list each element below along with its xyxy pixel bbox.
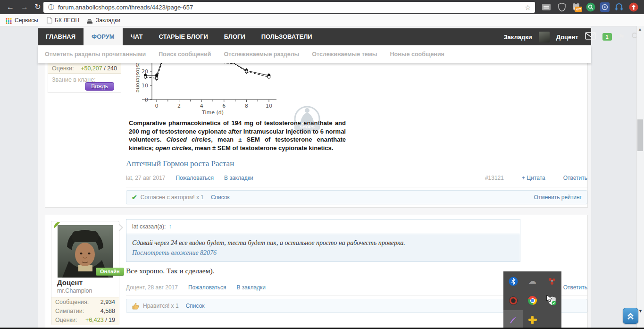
- tab-blogs[interactable]: БЛОГИ: [216, 28, 253, 45]
- tab-old-blogs[interactable]: СТАРЫЕ БЛОГИ: [151, 28, 216, 45]
- post1-user-stats-card: Оценки: +50,207 / 240 Звание в клане: Во…: [48, 63, 121, 93]
- browser-forward-button[interactable]: →: [19, 1, 30, 13]
- navbar-username-link[interactable]: Доцент: [556, 34, 578, 41]
- bookmark-bookmarks[interactable]: Закладки: [96, 17, 120, 24]
- subnav-search-posts[interactable]: Поиск сообщений: [159, 51, 211, 58]
- ratings-positive: +50,207: [81, 65, 102, 72]
- stat-label: Оценки:: [55, 316, 77, 325]
- page-info-icon[interactable]: ⓘ: [48, 3, 54, 12]
- svg-text:10: 10: [142, 83, 148, 89]
- extension-blue-square-icon[interactable]: [600, 2, 610, 12]
- quote-block: lat сказал(а): ↑ Сдавай через 24 все вид…: [126, 219, 520, 262]
- divider: [126, 187, 587, 187]
- stat-value[interactable]: 4,588: [100, 307, 115, 316]
- apps-grid-icon[interactable]: [6, 17, 12, 26]
- url-text[interactable]: forum.anabolicshops.com/threads/4423/pag…: [58, 4, 525, 11]
- quote-attachment-link[interactable]: Посмотреть вложение 82076: [132, 248, 514, 258]
- post2-bookmark-link[interactable]: В закладки: [237, 284, 266, 291]
- post2-report-link[interactable]: Пожаловаться: [188, 284, 226, 291]
- tray-feather-icon[interactable]: [503, 310, 523, 329]
- bookmarks-stack-icon: [86, 17, 93, 26]
- tray-bluetooth-icon[interactable]: [503, 271, 523, 291]
- stat-label: Симпатии:: [55, 307, 84, 316]
- navbar-bookmarks-link[interactable]: Закладки: [503, 34, 532, 41]
- address-bar[interactable]: ⓘ forum.anabolicshops.com/threads/4423/p…: [43, 2, 535, 13]
- tab-forum[interactable]: ФОРУМ: [84, 28, 123, 45]
- extension-hamster-icon[interactable]: off: [571, 2, 581, 12]
- navbar-avatar[interactable]: [539, 32, 550, 42]
- mouse-cursor: [546, 295, 553, 303]
- tray-yellow-plus-icon[interactable]: [523, 310, 542, 329]
- subnav-watched-threads[interactable]: Отслеживаемые темы: [312, 51, 377, 58]
- extension-search-icon[interactable]: [586, 2, 595, 12]
- tab-users[interactable]: ПОЛЬЗОВАТЕЛИ: [253, 28, 320, 45]
- navbar-user-area: Закладки Доцент 1 ⚑: [503, 28, 639, 45]
- post1-ratings-row: Оценки: +50,207 / 240: [48, 63, 121, 74]
- svg-text:2: 2: [177, 103, 181, 109]
- post1-bookmark-link[interactable]: В закладки: [224, 175, 253, 181]
- alerts-flag-icon[interactable]: ⚑: [619, 33, 625, 41]
- bookmark-star-icon[interactable]: ☆: [525, 4, 531, 11]
- extension-off-badge: off: [575, 7, 582, 12]
- quote-body: Сдавай через 24 все видно будет, теста б…: [126, 234, 520, 262]
- quote-text: Сдавай через 24 все видно будет, теста б…: [132, 238, 514, 248]
- quote-jump-arrow[interactable]: ↑: [169, 223, 172, 230]
- stat-label: Сообщения:: [55, 298, 89, 307]
- new-content-leaf-icon: [53, 221, 61, 229]
- svg-text:10: 10: [266, 103, 272, 109]
- post1-meta: lat, 27 авг 2017: [126, 175, 165, 181]
- ratings-total: / 240: [102, 65, 117, 72]
- tab-main[interactable]: ГЛАВНАЯ: [38, 28, 84, 45]
- post1-rating-list-link[interactable]: Список: [211, 194, 230, 201]
- post2-message-text: Все хорошо. Так и сделаем).: [126, 267, 215, 275]
- scrollbar-up-arrow[interactable]: ▲: [638, 27, 642, 32]
- tray-onedrive-cloud-icon[interactable]: ☁: [523, 271, 542, 291]
- post2-rating-list-link[interactable]: Список: [186, 303, 205, 309]
- browser-back-button[interactable]: ←: [5, 1, 16, 13]
- extension-headset-icon[interactable]: [614, 2, 624, 12]
- bookmark-leon[interactable]: БК ЛЕОН: [55, 17, 79, 24]
- scrollbar-thumb[interactable]: [637, 119, 643, 151]
- subnav-watched-forums[interactable]: Отслеживаемые разделы: [224, 51, 299, 58]
- bookmark-services[interactable]: Сервисы: [15, 17, 38, 24]
- scrollbar-down-arrow[interactable]: ▼: [638, 309, 643, 313]
- post1-number[interactable]: #13121: [485, 175, 504, 181]
- page-doc-icon: [47, 17, 52, 25]
- post1-reply-link[interactable]: Ответить: [563, 175, 587, 181]
- forum-subnav: Отметить разделы прочитанными Поиск сооб…: [38, 45, 591, 63]
- post1-rating-bar: ✔ Согласен с автором! x 1 Список Отменит…: [126, 190, 587, 204]
- post2-reply-link[interactable]: Ответить: [563, 284, 587, 291]
- svg-text:20: 20: [142, 68, 148, 75]
- tray-red-cluster-icon[interactable]: [542, 271, 561, 291]
- inbox-envelope-icon[interactable]: [585, 32, 596, 42]
- post1-figure-image[interactable]: 024681001020Time (d)Testosterone Compara…: [129, 63, 346, 152]
- forum-watermark-logo: SHOPS: [286, 104, 328, 138]
- scroll-to-top-button[interactable]: [623, 308, 638, 324]
- extension-leon-icon[interactable]: [542, 2, 551, 12]
- post1-report-link[interactable]: Пожаловаться: [176, 175, 214, 181]
- tab-chat[interactable]: ЧАТ: [123, 28, 151, 45]
- browser-refresh-button[interactable]: ↻: [32, 1, 43, 13]
- clan-rank-badge: Вождь: [85, 82, 114, 91]
- subnav-new-posts[interactable]: Новые сообщения: [390, 51, 444, 58]
- online-status-badge: Онлайн: [96, 268, 124, 276]
- stat-value[interactable]: 2,934: [100, 298, 115, 307]
- inbox-count-badge[interactable]: 1: [602, 33, 612, 41]
- svg-text:4: 4: [200, 103, 203, 109]
- tray-red-ring-icon[interactable]: [503, 291, 523, 310]
- agree-check-icon: ✔: [132, 194, 137, 201]
- post2-meta: Доцент, 28 авг 2017: [126, 284, 178, 291]
- page-scrollbar[interactable]: [636, 26, 644, 329]
- extension-red-circle-icon[interactable]: [629, 2, 638, 12]
- svg-text:0: 0: [145, 97, 148, 103]
- post1-quote-link[interactable]: + Цитата: [522, 175, 545, 181]
- post2-username[interactable]: Доцент: [57, 278, 83, 287]
- tray-chrome-icon[interactable]: [523, 291, 542, 310]
- stat-value-rest: / 19: [104, 317, 115, 323]
- user-card-arrow: [118, 224, 125, 231]
- thread-title-link[interactable]: Аптечный Гормон роста Растан: [126, 159, 234, 169]
- post1-cancel-rating-link[interactable]: Отменить рейтинг: [534, 194, 582, 201]
- subnav-mark-read[interactable]: Отметить разделы прочитанными: [45, 51, 146, 58]
- like-thumb-icon: [132, 302, 140, 310]
- extension-shield-icon[interactable]: [557, 2, 567, 12]
